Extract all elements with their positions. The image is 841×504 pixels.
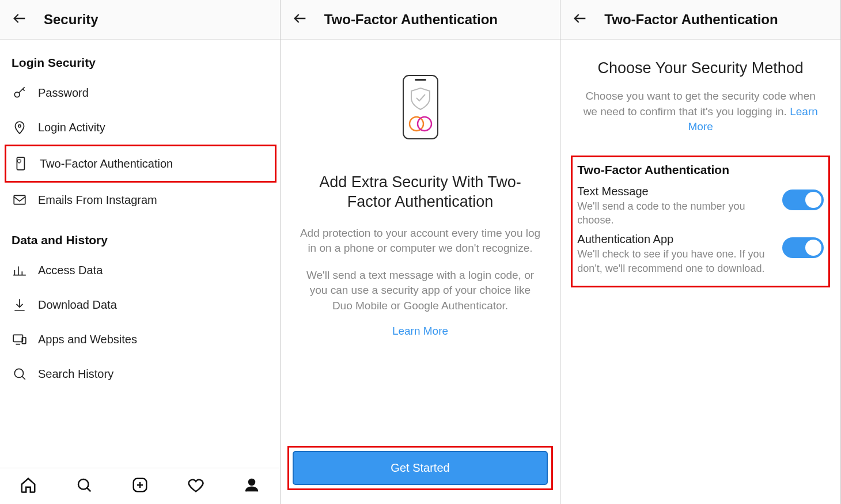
- svg-point-9: [249, 479, 255, 485]
- list-item-label: Apps and Websites: [38, 333, 137, 346]
- list-item-login-activity[interactable]: Login Activity: [0, 110, 280, 145]
- magnifier-icon: [12, 366, 28, 382]
- toggle-text-message[interactable]: [782, 190, 824, 210]
- method-text-wrap: Authentication App We'll check to see if…: [577, 233, 776, 275]
- intro-title: Add Extra Security With Two-Factor Authe…: [311, 173, 530, 212]
- choose-method-title: Choose Your Security Method: [571, 59, 830, 77]
- envelope-icon: [12, 192, 28, 208]
- header: Security: [0, 0, 280, 40]
- list-item-emails[interactable]: Emails From Instagram: [0, 183, 280, 217]
- intro-description-1: Add protection to your account every tim…: [300, 226, 541, 256]
- download-icon: [12, 297, 28, 313]
- method-name: Text Message: [577, 185, 776, 198]
- add-post-icon[interactable]: [131, 476, 149, 496]
- list-item-password[interactable]: Password: [0, 75, 280, 110]
- list-item-label: Two-Factor Authentication: [40, 157, 173, 170]
- list-item-label: Password: [38, 86, 89, 100]
- intro-description-2: We'll send a text message with a login c…: [300, 268, 541, 314]
- list-item-label: Search History: [38, 367, 113, 381]
- choose-content: Choose Your Security Method Choose you w…: [560, 40, 840, 504]
- svg-point-1: [18, 125, 21, 127]
- phone-shield-illustration: [401, 74, 440, 141]
- bar-chart-icon: [12, 262, 28, 278]
- key-icon: [12, 85, 28, 101]
- tfa-methods-box: Two-Factor Authentication Text Message W…: [571, 156, 830, 287]
- settings-list: Login Security Password Login Activity T…: [0, 40, 280, 468]
- list-item-access-data[interactable]: Access Data: [0, 253, 280, 287]
- list-item-two-factor[interactable]: Two-Factor Authentication: [5, 145, 276, 183]
- method-name: Authentication App: [577, 233, 776, 246]
- profile-icon[interactable]: [243, 476, 260, 496]
- back-arrow-icon[interactable]: [12, 10, 28, 29]
- choose-desc-text: Choose you want to get the security code…: [584, 90, 816, 118]
- method-text-wrap: Text Message We'll send a code to the nu…: [577, 185, 776, 228]
- screen-choose-method: Two-Factor Authentication Choose Your Se…: [560, 0, 841, 504]
- svg-point-0: [14, 92, 20, 97]
- section-login-security-heading: Login Security: [0, 40, 280, 75]
- svg-rect-3: [14, 195, 25, 204]
- svg-rect-4: [13, 335, 22, 342]
- search-icon[interactable]: [75, 476, 93, 496]
- list-item-label: Emails From Instagram: [38, 194, 157, 207]
- choose-method-description: Choose you want to get the security code…: [578, 89, 823, 135]
- list-item-label: Access Data: [38, 264, 103, 277]
- method-description: We'll check to see if you have one. If y…: [577, 247, 776, 275]
- devices-icon: [12, 331, 28, 347]
- method-auth-app: Authentication App We'll check to see if…: [577, 233, 824, 275]
- svg-point-7: [78, 479, 89, 490]
- page-title: Security: [44, 12, 99, 28]
- home-icon[interactable]: [20, 476, 37, 496]
- list-item-label: Download Data: [38, 298, 117, 312]
- method-description: We'll send a code to the number you choo…: [577, 199, 776, 228]
- list-item-download-data[interactable]: Download Data: [0, 287, 280, 322]
- svg-rect-11: [415, 79, 426, 81]
- learn-more-link[interactable]: Learn More: [392, 325, 448, 338]
- heart-icon[interactable]: [187, 476, 204, 496]
- location-pin-icon: [12, 119, 28, 135]
- screen-security-settings: Security Login Security Password Login A…: [0, 0, 281, 504]
- list-item-apps-websites[interactable]: Apps and Websites: [0, 322, 280, 357]
- back-arrow-icon[interactable]: [292, 10, 308, 29]
- svg-point-13: [418, 117, 431, 131]
- svg-point-6: [14, 369, 23, 377]
- screen-two-factor-intro: Two-Factor Authentication Add Extra Secu…: [281, 0, 561, 504]
- header: Two-Factor Authentication: [281, 0, 560, 40]
- page-title: Two-Factor Authentication: [604, 12, 778, 28]
- list-item-label: Login Activity: [38, 121, 105, 134]
- back-arrow-icon[interactable]: [572, 10, 588, 29]
- phone-shield-icon: [13, 156, 29, 172]
- header: Two-Factor Authentication: [560, 0, 840, 40]
- section-data-history-heading: Data and History: [0, 217, 280, 253]
- svg-rect-2: [17, 157, 24, 170]
- cta-highlight: Get Started: [287, 446, 554, 490]
- get-started-button[interactable]: Get Started: [293, 451, 548, 485]
- bottom-nav: [0, 468, 280, 504]
- tfa-box-title: Two-Factor Authentication: [577, 163, 824, 177]
- intro-content: Add Extra Security With Two-Factor Authe…: [281, 40, 560, 504]
- list-item-search-history[interactable]: Search History: [0, 357, 280, 391]
- method-text-message: Text Message We'll send a code to the nu…: [577, 185, 824, 228]
- page-title: Two-Factor Authentication: [324, 12, 498, 28]
- svg-point-12: [410, 117, 423, 131]
- toggle-auth-app[interactable]: [782, 237, 824, 258]
